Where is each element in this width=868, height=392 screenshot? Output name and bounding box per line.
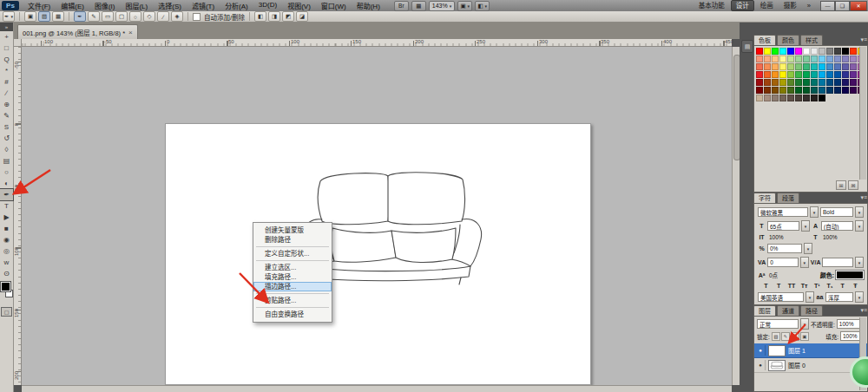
lock-transparency-icon[interactable]: ▨ xyxy=(772,332,780,341)
chevron-down-icon[interactable]: ▾ xyxy=(855,291,864,303)
context-menu-item[interactable] xyxy=(253,305,332,310)
panel-tab[interactable]: 图层 xyxy=(753,305,776,316)
fill-pixels-mode-icon[interactable]: ▦ xyxy=(52,11,64,22)
color-swatch[interactable] xyxy=(850,48,857,55)
canvas-viewport[interactable] xyxy=(22,47,732,385)
color-swatch[interactable] xyxy=(826,87,833,94)
kerning-select[interactable] xyxy=(822,258,853,267)
auto-add-delete-checkbox[interactable] xyxy=(193,13,201,21)
eraser-tool[interactable]: ◊ xyxy=(0,144,13,155)
color-swatch[interactable] xyxy=(850,56,857,62)
context-menu-item[interactable] xyxy=(253,258,332,263)
marquee-tool[interactable]: □ xyxy=(0,42,13,54)
color-swatch[interactable] xyxy=(764,63,771,70)
context-menu-item[interactable] xyxy=(253,245,332,249)
color-swatch[interactable] xyxy=(795,63,802,70)
close-button[interactable]: ✕ xyxy=(850,1,867,11)
menu-item[interactable]: 编辑(E) xyxy=(56,1,89,10)
color-swatch[interactable] xyxy=(787,56,794,62)
color-swatch[interactable] xyxy=(826,71,833,78)
zoom-tool[interactable]: ʘ xyxy=(0,268,13,279)
color-swatch[interactable] xyxy=(850,79,857,86)
color-swatch[interactable] xyxy=(850,71,857,78)
color-swatch[interactable] xyxy=(842,71,849,78)
color-swatch[interactable] xyxy=(850,63,857,70)
context-menu-item[interactable]: 填充路径... xyxy=(253,272,332,282)
color-swatch[interactable] xyxy=(764,87,771,94)
color-swatch[interactable] xyxy=(834,71,841,78)
brush-tool[interactable]: ✎ xyxy=(0,110,13,121)
visibility-eye-icon[interactable]: ● xyxy=(756,360,766,370)
menu-item[interactable]: 分析(A) xyxy=(220,1,253,10)
pen-tool[interactable]: ✒ xyxy=(0,189,13,200)
leading-input[interactable]: (自动) xyxy=(821,221,853,231)
horizontal-ruler[interactable]: -100-50050100150200250300350400450 xyxy=(22,39,732,47)
opacity-input[interactable]: 100% xyxy=(837,319,861,329)
color-swatch[interactable] xyxy=(779,63,786,70)
foreground-color-swatch[interactable] xyxy=(1,282,10,291)
context-menu-item[interactable]: 建立选区... xyxy=(253,263,332,272)
color-swatch[interactable] xyxy=(811,63,818,70)
context-menu-item[interactable]: 自由变换路径 xyxy=(253,310,332,319)
color-swatch[interactable] xyxy=(803,48,810,55)
workspace-button[interactable]: 摄影 xyxy=(779,1,801,10)
collapsed-panel-icon[interactable]: ▤ xyxy=(741,40,753,53)
color-swatch[interactable] xyxy=(811,48,818,55)
vertical-ruler[interactable]: -50050100150200 xyxy=(14,47,22,385)
layer-name[interactable]: 图层 0 xyxy=(788,361,806,369)
minimize-button[interactable]: — xyxy=(820,1,835,11)
color-swatch[interactable] xyxy=(826,63,833,70)
type-style-button[interactable]: T xyxy=(761,283,771,289)
clone-stamp-tool[interactable]: S xyxy=(0,121,13,133)
color-swatch[interactable] xyxy=(756,56,763,62)
layer-row-layer-1[interactable]: ● 图层 1 xyxy=(754,343,867,358)
font-size-input[interactable]: 65点 xyxy=(767,221,799,231)
arrange-documents-icon[interactable]: ▣▾ xyxy=(457,1,472,11)
tab-close-icon[interactable]: × xyxy=(128,29,133,36)
color-swatch[interactable] xyxy=(819,48,825,55)
panel-tab[interactable]: 样式 xyxy=(800,35,823,45)
color-swatch[interactable] xyxy=(756,95,763,101)
color-swatch[interactable] xyxy=(834,48,841,55)
intersect-path-areas-icon[interactable]: ◩ xyxy=(282,11,294,22)
exclude-path-areas-icon[interactable]: ◪ xyxy=(296,11,308,22)
type-style-button[interactable]: T xyxy=(774,283,784,289)
layer-thumbnail[interactable] xyxy=(768,360,786,371)
color-swatch[interactable] xyxy=(819,63,825,70)
panel-tab[interactable]: 字符 xyxy=(753,193,776,203)
panel-tab[interactable]: 颜色 xyxy=(777,35,799,45)
color-swatch[interactable] xyxy=(772,95,779,101)
color-swatch[interactable] xyxy=(772,63,779,70)
color-swatch[interactable] xyxy=(787,79,794,86)
type-style-button[interactable]: T₁ xyxy=(825,283,835,289)
panel-tab[interactable]: 通道 xyxy=(777,305,799,316)
color-swatch[interactable] xyxy=(779,71,786,78)
color-swatch[interactable] xyxy=(795,87,802,94)
eyedropper-tool[interactable]: ∕ xyxy=(0,88,13,99)
color-swatch[interactable] xyxy=(795,71,802,78)
color-swatch[interactable] xyxy=(811,79,818,86)
chevron-down-icon[interactable]: ▾ xyxy=(855,257,864,268)
lock-position-icon[interactable]: + xyxy=(791,332,799,341)
color-swatch[interactable] xyxy=(803,63,810,70)
dodge-tool[interactable]: ◐ xyxy=(0,178,13,189)
menu-item[interactable]: 滤镜(T) xyxy=(187,1,220,10)
shape-layers-mode-icon[interactable]: ▣ xyxy=(24,11,36,22)
crop-tool[interactable]: # xyxy=(0,76,13,88)
healing-brush-tool[interactable]: ⊕ xyxy=(0,99,13,110)
vertical-scale-input[interactable]: 100% xyxy=(767,234,810,240)
panel-tab[interactable]: 色板 xyxy=(753,35,776,45)
color-swatch[interactable] xyxy=(803,56,810,62)
add-to-path-area-icon[interactable]: ◧ xyxy=(254,11,266,22)
color-swatch[interactable] xyxy=(756,63,763,70)
quick-selection-tool[interactable]: * xyxy=(0,65,13,76)
color-swatch[interactable] xyxy=(772,71,779,78)
color-swatch[interactable] xyxy=(787,71,794,78)
pen-tool-icon[interactable]: ✒ xyxy=(74,11,86,22)
color-swatch[interactable] xyxy=(772,79,779,86)
color-swatch[interactable] xyxy=(795,56,802,62)
color-swatch[interactable] xyxy=(772,48,779,55)
layer-name[interactable]: 图层 1 xyxy=(788,346,806,355)
document-canvas[interactable] xyxy=(165,123,591,385)
hand-tool[interactable]: w xyxy=(0,257,13,268)
